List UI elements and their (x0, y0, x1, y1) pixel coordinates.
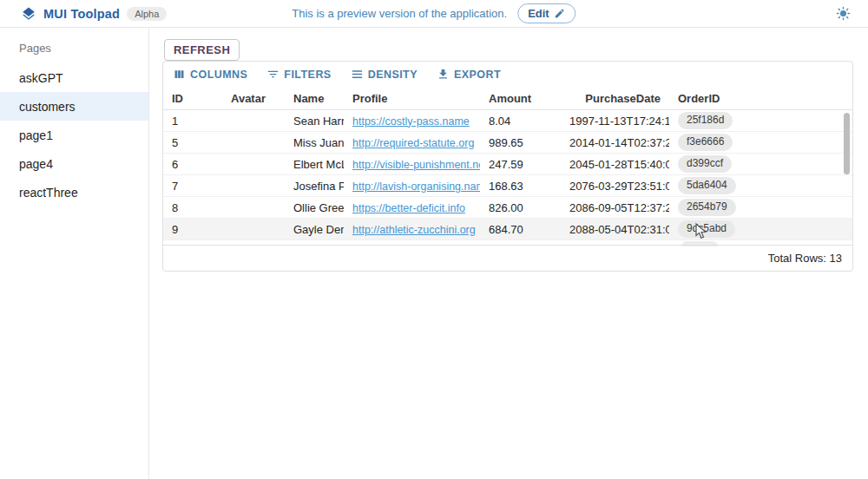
app-bar: MUI Toolpad Alpha This is a preview vers… (0, 0, 868, 28)
cell-amount: 989.65 (480, 136, 561, 149)
sun-icon (836, 6, 851, 21)
cell-orderid: 9dc5abd (669, 220, 852, 238)
orderid-chip: f3e6666 (678, 134, 733, 151)
version-badge: Alpha (127, 7, 167, 21)
profile-link[interactable]: http://athletic-zucchini.org (352, 224, 476, 236)
cell-id: 9 (163, 223, 222, 236)
sidebar: Pages askGPT customers page1 page4 react… (0, 28, 149, 479)
cell-amount: 8.04 (480, 115, 561, 128)
sidebar-section-label: Pages (0, 35, 148, 63)
sidebar-item-label: reactThree (19, 186, 78, 200)
cell-profile: http://visible-punishment.net (344, 158, 480, 171)
export-button[interactable]: EXPORT (432, 64, 505, 84)
cell-profile: http://lavish-organising.name (344, 180, 480, 193)
sidebar-item-label: askGPT (19, 71, 63, 85)
cell-id: 6 (163, 158, 222, 171)
cell-purchasedate: 1997-11-13T17:24:11.769Z (561, 115, 669, 128)
profile-link[interactable]: http://lavish-organising.name (352, 180, 480, 193)
cell-orderid: 2654b79 (669, 199, 852, 216)
cell-orderid: f3e6666 (669, 134, 852, 151)
cell-name: Elbert McL... (285, 158, 344, 171)
grid-footer: Total Rows: 13 (163, 245, 852, 271)
column-header-amount[interactable]: Amount (480, 92, 561, 105)
preview-banner-text: This is a preview version of the applica… (292, 7, 507, 20)
cell-orderid: 25f186d (669, 112, 852, 129)
column-header-orderid[interactable]: OrderID (669, 92, 852, 105)
app-logo[interactable]: MUI Toolpad Alpha (0, 6, 167, 22)
download-icon (437, 68, 450, 81)
cell-profile: http://athletic-zucchini.org (344, 223, 480, 236)
grid-header-row: ID Avatar Name Profile Amount PurchaseDa… (163, 87, 852, 110)
sidebar-item-askgpt[interactable]: askGPT (0, 63, 148, 92)
density-icon (351, 68, 364, 81)
cell-orderid: 5da6404 (669, 177, 852, 194)
edit-button[interactable]: Edit (517, 3, 576, 23)
columns-button[interactable]: COLUMNS (168, 64, 252, 84)
cell-profile: https://costly-pass.name (344, 115, 480, 128)
cell-orderid: d399ccf (669, 155, 852, 173)
cell-name: Josefina P... (285, 180, 344, 193)
cell-id: 7 (163, 180, 222, 193)
orderid-chip: 5da6404 (678, 177, 736, 194)
cell-name: Gayle Den... (285, 223, 344, 236)
profile-link[interactable]: https://costly-pass.name (352, 115, 470, 128)
refresh-button[interactable]: REFRESH (164, 39, 240, 61)
sidebar-item-customers[interactable]: customers (0, 92, 148, 121)
table-row[interactable]: 5 Miss Juan ... http://required-statute.… (163, 132, 852, 154)
cell-profile: https://better-deficit.info (344, 201, 480, 214)
column-header-purchasedate[interactable]: PurchaseDate (561, 92, 669, 105)
app-title: MUI Toolpad (43, 7, 120, 21)
cell-profile: http://required-statute.org (344, 136, 480, 149)
orderid-chip: d399ccf (678, 155, 732, 173)
main-content: REFRESH COLUMNS FILTERS DENSITY EXPORT (150, 28, 868, 479)
table-row[interactable]: 7 Josefina P... http://lavish-organising… (163, 175, 852, 197)
sidebar-item-reactthree[interactable]: reactThree (0, 178, 148, 207)
table-row[interactable]: 8 Ollie Green... https://better-deficit.… (163, 197, 852, 219)
filter-list-icon (266, 68, 279, 81)
cell-id: 8 (163, 201, 222, 214)
cell-amount: 826.00 (480, 201, 561, 214)
sidebar-item-page4[interactable]: page4 (0, 149, 148, 178)
cell-amount: 684.70 (480, 223, 561, 236)
column-header-name[interactable]: Name (285, 92, 344, 105)
edit-button-label: Edit (528, 7, 549, 20)
view-columns-icon (173, 68, 186, 81)
theme-toggle-button[interactable] (836, 6, 851, 21)
sidebar-item-page1[interactable]: page1 (0, 121, 148, 149)
cell-purchasedate: 2088-05-04T02:31:03.294Z (561, 223, 669, 236)
table-row[interactable]: 9 Gayle Den... http://athletic-zucchini.… (163, 219, 852, 240)
sidebar-item-label: customers (19, 100, 76, 114)
pencil-icon (555, 8, 566, 19)
cell-purchasedate: 2076-03-29T23:51:07.968Z (561, 180, 669, 193)
cell-name: Miss Juan ... (285, 136, 344, 149)
vertical-scrollbar-thumb[interactable] (844, 113, 850, 174)
cell-amount: 168.63 (480, 180, 561, 193)
cell-amount: 247.59 (480, 158, 561, 171)
cell-purchasedate: 2045-01-28T15:40:06.325Z (561, 158, 669, 171)
profile-link[interactable]: https://better-deficit.info (352, 202, 465, 214)
cell-name: Ollie Green... (285, 201, 344, 214)
cell-purchasedate: 2014-01-14T02:37:28.536Z (561, 136, 669, 149)
profile-link[interactable]: http://required-statute.org (352, 137, 474, 149)
column-header-avatar[interactable]: Avatar (222, 92, 285, 105)
orderid-chip: 9dc5abd (678, 220, 735, 238)
orderid-chip: 2654b79 (678, 199, 736, 216)
profile-link[interactable]: http://visible-punishment.net (352, 159, 480, 171)
column-header-profile[interactable]: Profile (344, 92, 480, 105)
cell-name: Sean Harris (285, 115, 344, 128)
cell-id: 5 (163, 136, 222, 149)
data-grid: COLUMNS FILTERS DENSITY EXPORT ID Avatar… (162, 61, 853, 272)
orderid-chip: 25f186d (678, 112, 733, 129)
cell-purchasedate: 2086-09-05T12:37:27.015Z (561, 201, 669, 214)
filters-button[interactable]: FILTERS (262, 64, 335, 84)
cell-id: 1 (163, 115, 222, 128)
column-header-id[interactable]: ID (163, 92, 222, 105)
grid-toolbar: COLUMNS FILTERS DENSITY EXPORT (163, 62, 852, 87)
preview-banner: This is a preview version of the applica… (292, 3, 575, 23)
table-row[interactable]: 1 Sean Harris https://costly-pass.name 8… (163, 110, 852, 132)
table-row[interactable]: 6 Elbert McL... http://visible-punishmen… (163, 154, 852, 175)
total-rows-label: Total Rows: 13 (768, 252, 842, 265)
layers-icon (21, 6, 36, 22)
density-button[interactable]: DENSITY (346, 64, 422, 84)
sidebar-item-label: page4 (19, 157, 53, 171)
